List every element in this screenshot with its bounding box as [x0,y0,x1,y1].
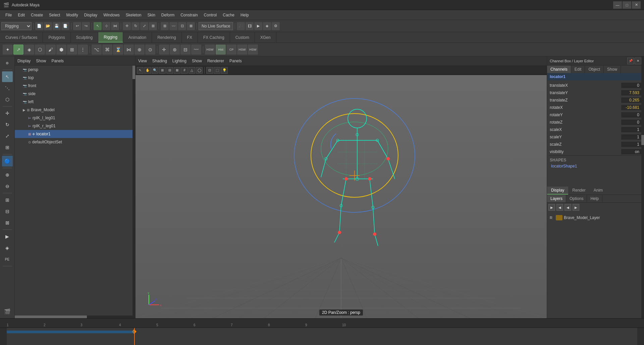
menu-cache[interactable]: Cache [220,11,237,19]
menu-help[interactable]: Help [238,11,252,19]
menu-file[interactable]: File [3,11,14,19]
menu-constrain[interactable]: Constrain [178,11,200,19]
snap-grid-btn[interactable]: ⊞ [161,22,169,30]
outliner-item-top[interactable]: 📷 top [15,74,135,82]
vp-texture-btn[interactable]: ⬚ [214,67,220,74]
vp-light-btn[interactable]: 💡 [221,67,228,74]
render-view[interactable]: ▶ [2,231,13,242]
new-scene-btn[interactable]: 📄 [35,22,43,30]
cluster[interactable]: ⊛ [170,45,180,55]
insert-joint[interactable]: ⊕ [135,45,145,55]
render-btn[interactable]: ▶ [254,22,262,30]
channel-visibility[interactable]: visibility on [548,148,643,155]
cp-tool[interactable]: CP [226,45,236,55]
layer-step-back-btn[interactable]: ◀ [565,204,571,211]
layer-back-btn[interactable]: ◀ [556,204,563,211]
channel-translateZ[interactable]: translateZ 0.265 [548,96,643,104]
layout-btn2[interactable]: ⊟ [2,206,13,217]
close-button[interactable]: ✕ [632,1,641,9]
remove-joint[interactable]: ⊙ [145,45,155,55]
rotate-btn[interactable]: ↻ [131,22,140,30]
select-btn[interactable]: ↖ [2,71,13,82]
dr-tab-anim[interactable]: Anim [590,187,607,195]
right-panel-scroll-thumb[interactable] [641,135,644,145]
cb-tab-edit[interactable]: Edit [571,66,585,73]
rig-tool1[interactable]: ⊞ [67,45,77,55]
outliner-show-menu[interactable]: Show [36,59,46,63]
channel-box-close[interactable]: ✕ [635,58,641,64]
deformer[interactable]: ⊟ [180,45,191,55]
component-mode[interactable]: ◈ [24,45,34,55]
scale-btn[interactable]: ⤢ [140,22,148,30]
viewport-canvas[interactable]: X Y Z 2D Pan/Zoom : persp [136,75,547,318]
channel-scaleZ[interactable]: scaleZ 1 [548,141,643,148]
live-surface-btn[interactable]: No Live Surface [199,22,233,30]
paint-select-btn[interactable]: ⬡ [2,94,13,105]
control-vertex[interactable]: ✛ [159,45,169,55]
viewport-renderer-menu[interactable]: Renderer [207,59,224,63]
outliner-item-left[interactable]: 📷 left [15,98,135,106]
menu-select[interactable]: Select [46,11,63,19]
cb-tab-object[interactable]: Object [585,66,604,73]
undo-btn[interactable]: ↩ [73,22,81,30]
viewport-show-menu[interactable]: Show [192,59,202,63]
menu-modify[interactable]: Modify [63,11,80,19]
help-tab[interactable]: Help [587,195,602,202]
snap-surface-btn[interactable]: ⊠ [187,22,195,30]
hist-tool[interactable]: Hist [216,45,226,55]
paint-effects[interactable]: PE [2,254,13,265]
layer-brave-model[interactable]: R Brave_Model_Layer [548,213,643,222]
menu-create[interactable]: Create [28,11,46,19]
hsw-tool2[interactable]: HSW [237,45,247,55]
paint-tool[interactable]: 🖌 [46,45,56,55]
outliner-display-menu[interactable]: Display [17,59,31,63]
outliner-item-rpik-r-leg[interactable]: ⊢ rpIK_r_leg01 [15,122,135,130]
move-btn[interactable]: ✛ [2,108,13,119]
snap-point-btn[interactable]: ⊡ [178,22,186,30]
snap-curve-btn[interactable]: 〰 [169,22,177,30]
channel-scaleY[interactable]: scaleY 1 [548,133,643,141]
viewport-panels-menu[interactable]: Panels [229,59,242,63]
star-tool[interactable]: ✦ [3,45,13,55]
rotate-btn[interactable]: ↻ [2,119,13,130]
layout-btn[interactable]: ⊞ [2,195,13,205]
channel-scaleX[interactable]: scaleX 1 [548,126,643,133]
save-as-btn[interactable]: 📑 [61,22,69,30]
workspace-dropdown[interactable]: Rigging Modeling Animation Rendering [1,22,32,30]
cam-btn-1[interactable]: 🎥 [237,22,245,30]
tab-sculpting[interactable]: Sculpting [71,32,98,43]
channel-rotateX[interactable]: rotateX -10.681 [548,104,643,111]
universal-btn[interactable]: ⊞ [2,142,13,153]
tab-rendering[interactable]: Rendering [152,32,181,43]
menu-control[interactable]: Control [201,11,220,19]
cam-btn-2[interactable]: 🎞 [246,22,254,30]
tab-custom[interactable]: Custom [230,32,255,43]
menu-edit[interactable]: Edit [15,11,28,19]
vp-pan-btn[interactable]: ✋ [144,67,151,74]
open-scene-btn[interactable]: 📂 [44,22,52,30]
vp-layout3[interactable]: ⊠ [174,67,180,74]
tab-xgen[interactable]: XGen [255,32,276,43]
brush-tool[interactable]: ⬡ [35,45,45,55]
tab-curves-surfaces[interactable]: Curves / Surfaces [0,32,43,43]
settings-btn[interactable]: ⚙ [2,58,13,68]
outliner-item-rpik-l-leg[interactable]: ⊢ rpIK_l_leg01 [15,114,135,122]
outliner-hscroll[interactable] [15,316,135,318]
save-scene-btn[interactable]: 💾 [53,22,61,30]
maximize-button[interactable]: □ [623,1,631,9]
layers-tab[interactable]: Layers [547,195,566,202]
redo-btn[interactable]: ↪ [82,22,90,30]
menu-display[interactable]: Display [82,11,100,19]
tab-fx-caching[interactable]: FX Caching [198,32,230,43]
lasso-tool-btn[interactable]: ⊹ [102,22,110,30]
soft-mod-btn[interactable]: 🔵 [2,156,13,166]
timeline-ruler[interactable]: 1 2 3 4 5 6 7 8 9 10 [0,319,644,328]
spring-ik[interactable]: ⋈ [124,45,134,55]
channel-box-pin[interactable]: 📌 [627,58,634,64]
channel-translateY[interactable]: translateY 7.593 [548,89,643,96]
vp-wire-btn[interactable]: △ [189,67,195,74]
layer-add-btn[interactable]: ▶ [548,204,555,211]
rig-tool2[interactable]: ⋮ [78,45,88,55]
show-manip[interactable]: ⊕ [2,169,13,180]
outliner-hscroll-thumb[interactable] [15,316,87,318]
